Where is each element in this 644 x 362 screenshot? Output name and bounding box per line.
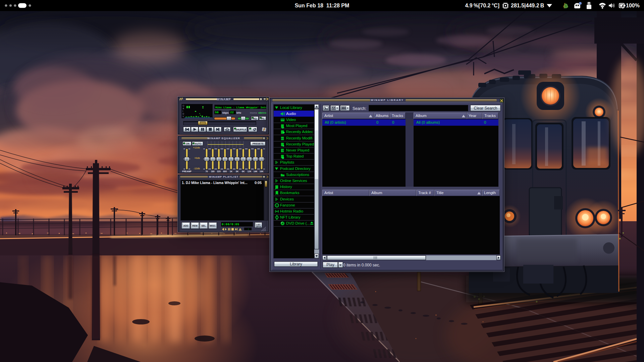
svg-text:D: D xyxy=(182,113,184,115)
svg-text:V: V xyxy=(182,115,184,118)
svg-text:?: ? xyxy=(282,149,284,153)
svg-text:O: O xyxy=(182,105,184,107)
svg-text:A: A xyxy=(182,107,184,110)
svg-text:I: I xyxy=(182,110,183,112)
